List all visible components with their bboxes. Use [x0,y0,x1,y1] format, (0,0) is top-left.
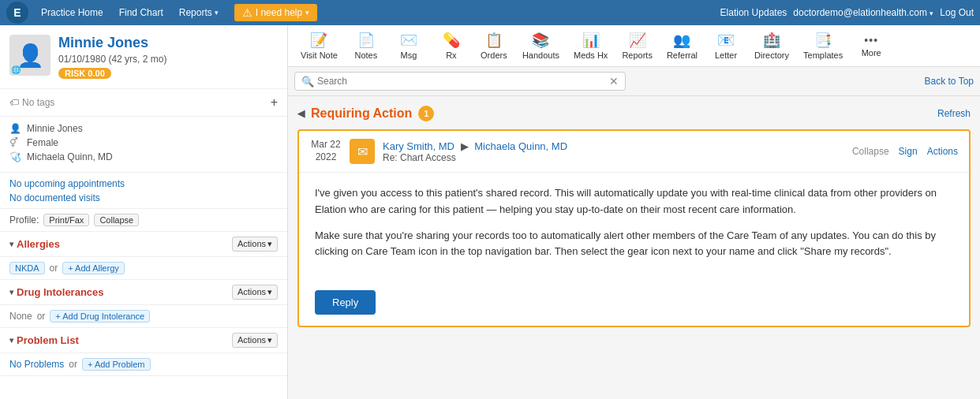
toolbar-msg[interactable]: ✉️ Msg [388,28,429,63]
drug-intolerance-row: None or + Add Drug Intolerance [9,310,278,323]
gender-icon: ⚥ [9,137,21,148]
message-card: Mar 22 2022 ✉ Kary Smith, MD ▶ Michaela … [297,129,971,327]
msg-icon: ✉️ [400,32,417,49]
reply-button[interactable]: Reply [315,290,376,315]
letter-icon: 📧 [717,32,735,49]
top-nav: E Practice Home Find Chart Reports ▾ ⚠ I… [0,0,980,25]
search-input[interactable] [317,76,609,87]
nav-reports[interactable]: Reports ▾ [173,4,225,21]
search-input-wrap: 🔍 ✕ [294,72,626,91]
person-icon: 👤 [9,123,21,134]
problem-list-actions-button[interactable]: Actions ▾ [232,333,278,348]
message-sign-link[interactable]: Sign [899,146,918,157]
meds-hx-icon: 📊 [582,32,600,49]
message-from-to: Kary Smith, MD ▶ Michaela Quinn, MD [383,140,844,152]
add-tag-button[interactable]: + [271,95,278,110]
allergies-actions-chevron-icon: ▾ [267,239,272,249]
no-documented-visits-link[interactable]: No documented visits [9,192,100,203]
drug-intolerances-chevron-icon[interactable]: ▾ [9,288,13,296]
allergies-actions-button[interactable]: Actions ▾ [232,237,278,252]
reports-icon: 📈 [629,32,646,49]
refresh-button[interactable]: Refresh [937,108,971,119]
toolbar-referral[interactable]: 👥 Referral [660,28,704,63]
nav-find-chart[interactable]: Find Chart [113,4,170,21]
search-clear-icon[interactable]: ✕ [609,75,619,88]
referral-icon: 👥 [673,32,690,49]
nav-practice-home[interactable]: Practice Home [35,4,110,21]
collapse-button[interactable]: Collapse [94,214,139,226]
patient-meta: 👤 Minnie Jones ⚥ Female 🩺 Michaela Quinn… [0,117,287,173]
requiring-action-header: ◀ Requiring Action 1 Refresh [297,106,971,121]
toolbar-letter[interactable]: 📧 Letter [705,28,746,63]
help-chevron-icon: ▾ [305,9,309,17]
message-body-p2: Make sure that you're sharing your recor… [315,228,953,261]
problem-list-title: ▾ Problem List [9,334,79,346]
app-logo: E [6,2,28,24]
toolbar-handouts[interactable]: 📚 Handouts [516,28,566,63]
requiring-action-toggle-icon[interactable]: ◀ [297,108,305,119]
risk-badge: RISK 0.00 [58,68,111,79]
message-header: Mar 22 2022 ✉ Kary Smith, MD ▶ Michaela … [299,131,969,173]
profile-label: Profile: [9,214,39,226]
main-scroll: ◀ Requiring Action 1 Refresh Mar 22 2022… [288,96,980,399]
elation-updates-link[interactable]: Elation Updates [720,7,787,18]
toolbar-more[interactable]: ••• More [851,31,892,61]
allergies-chevron-icon[interactable]: ▾ [9,240,13,248]
no-tags-label: 🏷 No tags [9,97,54,108]
allergies-content: NKDA or + Add Allergy [0,257,287,280]
print-fax-button[interactable]: Print/Fax [43,214,89,226]
drug-none-text: None [9,311,32,322]
toolbar-notes[interactable]: 📄 Notes [346,28,387,63]
patient-header: 👤 🌐 Minnie Jones 01/10/1980 (42 yrs, 2 m… [0,25,287,89]
drug-intolerances-actions-chevron-icon: ▾ [267,287,272,297]
drug-intolerances-title: ▾ Drug Intolerances [9,286,104,298]
toolbar-orders[interactable]: 📋 Orders [473,28,514,63]
drug-intolerances-actions-button[interactable]: Actions ▾ [232,285,278,300]
user-account-link[interactable]: doctordemo@elationhealth.com ▾ [793,7,933,18]
message-actions-link[interactable]: Actions [927,146,958,157]
profile-section: Profile: Print/Fax Collapse [0,209,287,232]
message-meta: Kary Smith, MD ▶ Michaela Quinn, MD Re: … [383,140,844,163]
drug-intolerances-content: None or + Add Drug Intolerance [0,305,287,328]
templates-icon: 📑 [814,32,832,49]
directory-icon: 🏥 [763,32,780,49]
message-collapse-link[interactable]: Collapse [852,146,889,157]
toolbar-directory[interactable]: 🏥 Directory [748,28,795,63]
toolbar-reports[interactable]: 📈 Reports [615,28,659,63]
patient-dob: 01/10/1980 (42 yrs, 2 mo) [58,54,278,65]
tags-bar: 🏷 No tags + [0,89,287,117]
back-to-top-link[interactable]: Back to Top [925,76,974,87]
add-allergy-link[interactable]: + Add Allergy [62,262,125,274]
help-button[interactable]: ⚠ I need help ▾ [234,4,317,21]
message-envelope-icon: ✉ [350,139,375,164]
add-problem-link[interactable]: + Add Problem [82,358,150,371]
no-upcoming-appointments-link[interactable]: No upcoming appointments [9,178,125,189]
handouts-icon: 📚 [532,32,549,49]
content-area: 📝 Visit Note 📄 Notes ✉️ Msg 💊 Rx 📋 Order… [288,25,980,399]
problem-list-chevron-icon[interactable]: ▾ [9,336,13,345]
toolbar-rx[interactable]: 💊 Rx [431,28,472,63]
message-to: Michaela Quinn, MD [474,140,567,152]
allergy-or-text: or [50,263,58,274]
logout-link[interactable]: Log Out [940,7,974,18]
meta-name-row: 👤 Minnie Jones [9,123,278,134]
allergies-section-header: ▾ Allergies Actions ▾ [0,232,287,257]
avatar: 👤 🌐 [9,35,50,76]
account-chevron-icon: ▾ [930,9,933,17]
message-body: I've given you access to this patient's … [299,173,969,282]
add-drug-intolerance-link[interactable]: + Add Drug Intolerance [50,310,150,323]
toolbar-templates[interactable]: 📑 Templates [797,28,849,63]
no-problems-link[interactable]: No Problems [9,359,64,370]
toolbar-meds-hx[interactable]: 📊 Meds Hx [567,28,614,63]
message-body-p1: I've given you access to this patient's … [315,185,953,218]
allergies-title: ▾ Allergies [9,238,60,250]
message-footer: Reply [299,282,969,326]
problem-row: No Problems or + Add Problem [9,358,278,371]
reports-chevron-icon: ▾ [215,9,219,17]
patient-name[interactable]: Minnie Jones [58,35,278,52]
requiring-action-count-badge: 1 [418,106,434,121]
toolbar-visit-note[interactable]: 📝 Visit Note [294,28,344,63]
more-icon: ••• [864,34,878,47]
allergy-row: NKDA or + Add Allergy [9,262,278,274]
avatar-person-icon: 👤 [17,43,44,69]
